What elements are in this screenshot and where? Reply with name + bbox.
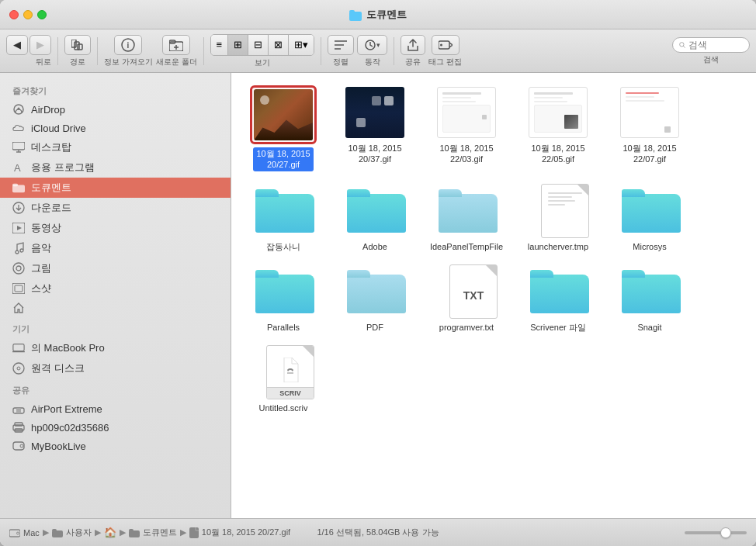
main-content: 즐겨찾기 AirDrop iC: [0, 73, 756, 518]
sidebar-item-macbook[interactable]: 의 MacBook Pro: [0, 338, 231, 358]
file-item-pdf[interactable]: PDF: [332, 261, 418, 336]
file-item-parallels[interactable]: Parallels: [241, 261, 326, 336]
separator-5: [394, 37, 394, 65]
folder-icon: [344, 264, 406, 319]
breadcrumb-sep2: ▶: [95, 527, 101, 537]
devices-label: 기기: [0, 317, 231, 338]
downloads-icon: [12, 202, 25, 214]
sidebar-item-label: 도큐멘트: [31, 181, 71, 195]
file-item-gif3[interactable]: 10월 18, 201522/03.gif: [424, 82, 509, 175]
info-button[interactable]: i: [114, 35, 142, 55]
svg-rect-4: [78, 44, 82, 50]
file-item-programver[interactable]: TXT programver.txt: [424, 261, 509, 336]
svg-point-38: [17, 367, 20, 370]
file-item-folder3[interactable]: IdeaPanelTempFile: [424, 181, 509, 255]
file-item-gif1[interactable]: 10월 18, 201520/27.gif: [241, 82, 326, 175]
sidebar-item-home[interactable]: [0, 299, 231, 317]
breadcrumb-sep3: ▶: [120, 527, 126, 537]
nav-group: ◀ ▶ 뒤로: [6, 35, 51, 67]
sidebar-item-music[interactable]: 음악: [0, 238, 231, 258]
forward-button[interactable]: ▶: [29, 35, 51, 55]
movies-icon: [12, 222, 25, 234]
new-folder-button[interactable]: [162, 35, 190, 55]
file-item-scrivener[interactable]: Scrivener 파일: [515, 261, 601, 336]
folder-icon: [527, 264, 589, 319]
file-icon-bc: [189, 527, 199, 538]
sort-label: 정렬: [333, 57, 349, 67]
sidebar-item-documents[interactable]: 도큐멘트: [0, 178, 231, 198]
sidebar-item-movies[interactable]: 동영상: [0, 218, 231, 238]
sidebar-item-label: 원격 디스크: [31, 361, 85, 375]
list-view-button[interactable]: ≡: [211, 35, 229, 55]
path-label: 경로: [70, 57, 85, 67]
sidebar-item-label: iCloud Drive: [31, 123, 86, 134]
coverflow-view-button[interactable]: ⊠: [269, 35, 289, 55]
sidebar-item-airdrop[interactable]: AirDrop: [0, 100, 231, 119]
action-button[interactable]: ▾: [357, 35, 387, 55]
svg-line-18: [683, 46, 685, 47]
shared-label: 공유: [0, 378, 231, 399]
breadcrumb-sep: ▶: [43, 527, 49, 537]
svg-point-45: [20, 444, 23, 448]
search-box[interactable]: [672, 37, 750, 53]
sidebar-item-hp[interactable]: hp009c02d35686: [0, 418, 231, 437]
printer-icon: [12, 421, 25, 434]
music-icon: [12, 242, 25, 254]
folder-icon: [252, 184, 314, 238]
favorites-label: 즐겨찾기: [0, 79, 231, 100]
action-group: ▾ 동작: [357, 35, 387, 67]
search-input[interactable]: [688, 40, 743, 50]
zoom-slider[interactable]: [685, 531, 747, 534]
svg-rect-34: [15, 285, 23, 292]
minimize-button[interactable]: [23, 10, 33, 19]
file-item-launcherver[interactable]: launcherver.tmp: [515, 181, 601, 255]
svg-point-20: [18, 108, 20, 110]
file-area: 10월 18, 201520/27.gif 10월 18, 201520/37.…: [231, 73, 756, 518]
file-icon: [527, 85, 589, 140]
statusbar: Mac ▶ 사용자 ▶ 🏠 ▶ 도큐멘트 ▶ 10월 18, 2015 20/2…: [0, 518, 756, 546]
sidebar-item-photos[interactable]: 그림: [0, 258, 231, 278]
share-button[interactable]: [401, 35, 425, 55]
sort-options-button[interactable]: ⊞▾: [289, 35, 314, 55]
file-item-scriv[interactable]: SCRIV Untitled.scriv: [241, 342, 326, 416]
svg-point-29: [16, 251, 19, 254]
sidebar-item-icloud[interactable]: iCloud Drive: [0, 119, 231, 137]
path-button[interactable]: [64, 35, 91, 55]
sidebar-item-remote-disk[interactable]: 원격 디스크: [0, 358, 231, 378]
back-button[interactable]: ◀: [6, 35, 28, 55]
selection-border: [250, 85, 317, 144]
file-item-gif2[interactable]: 10월 18, 201520/37.gif: [332, 82, 418, 175]
sidebar-item-apps[interactable]: A 응용 프로그램: [0, 157, 231, 178]
column-view-button[interactable]: ⊟: [248, 35, 269, 55]
sort-button[interactable]: [328, 35, 354, 55]
search-group: 검색: [672, 37, 750, 65]
file-label: Untitled.scriv: [259, 403, 308, 413]
sidebar-item-mybooklive[interactable]: MyBookLive: [0, 437, 231, 455]
file-item-gif5[interactable]: 10월 18, 201522/07.gif: [607, 82, 692, 175]
close-button[interactable]: [9, 10, 19, 19]
file-icon: [435, 85, 498, 140]
file-label: Scrivener 파일: [530, 322, 586, 333]
separator-4: [321, 37, 321, 65]
sidebar-item-desktop[interactable]: 데스크탑: [0, 137, 231, 157]
view-buttons: ≡ ⊞ ⊟ ⊠ ⊞▾: [210, 34, 315, 56]
sort-group: 정렬: [328, 35, 354, 67]
sidebar-item-downloads[interactable]: 다운로드: [0, 198, 231, 218]
maximize-button[interactable]: [37, 10, 47, 19]
svg-point-37: [13, 363, 24, 374]
tag-button[interactable]: [432, 35, 459, 55]
file-item-snagit[interactable]: Snagit: [607, 261, 692, 336]
file-item-gif4[interactable]: 10월 18, 201522/05.gif: [515, 82, 601, 175]
icon-view-button[interactable]: ⊞: [228, 35, 248, 55]
action-label: 동작: [365, 57, 380, 67]
sidebar-item-airport[interactable]: AirPort Extreme: [0, 399, 231, 418]
folder-icon: [619, 184, 681, 238]
file-item-folder2[interactable]: Adobe: [332, 181, 418, 255]
svg-rect-51: [129, 529, 134, 532]
sidebar-item-screenshots[interactable]: 스샷: [0, 278, 231, 299]
file-item-microsys[interactable]: Microsys: [607, 181, 692, 255]
file-item-folder1[interactable]: 잡동사니: [241, 181, 326, 255]
sidebar-item-label: AirDrop: [31, 104, 65, 116]
breadcrumb-docs: 도큐멘트: [143, 527, 177, 538]
info-group: i 정보 가져오기: [104, 35, 153, 67]
